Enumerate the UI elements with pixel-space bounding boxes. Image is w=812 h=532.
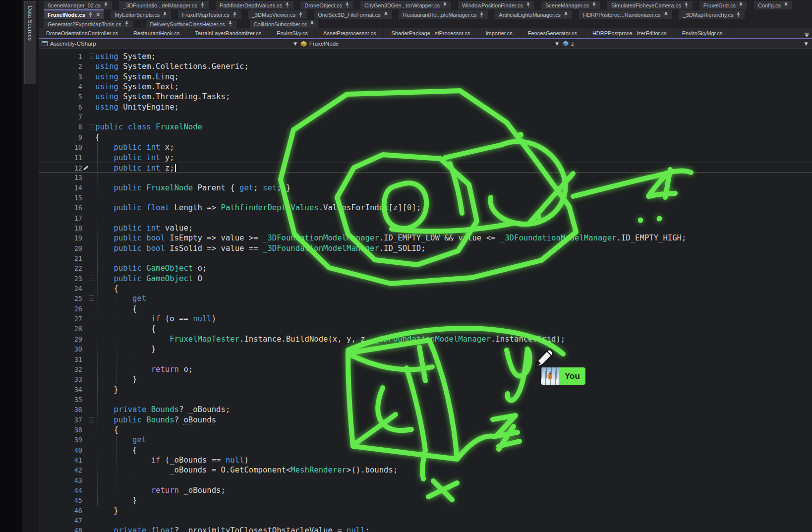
code-line[interactable]: 6using UnityEngine;: [39, 102, 812, 112]
pushpin-icon[interactable]: [104, 2, 108, 8]
code-line[interactable]: 5using System.Threading.Tasks;: [39, 92, 812, 102]
data-sources-tool-tab[interactable]: Data Sources: [24, 1, 36, 84]
editor-tab[interactable]: OneSec3D_FileFormat.cs: [314, 10, 392, 19]
editor-tab[interactable]: EnviroSkyMgr.cs: [675, 28, 731, 38]
code-line[interactable]: 21: [39, 253, 812, 263]
pushpin-icon[interactable]: [479, 12, 484, 17]
editor-tab[interactable]: _3DMapHierarchy.cs: [679, 10, 745, 19]
editor-tab[interactable]: RestaurantHo...pleManager.cs: [399, 10, 488, 19]
fold-collapse-icon[interactable]: -: [89, 54, 94, 59]
code-line[interactable]: 40 {: [39, 445, 812, 455]
fold-collapse-icon[interactable]: -: [89, 276, 94, 281]
code-line[interactable]: 24 {: [39, 284, 812, 294]
code-line[interactable]: 1-using System;: [39, 52, 812, 61]
code-editor[interactable]: 1-using System;2using System.Collections…: [39, 49, 812, 532]
code-line[interactable]: 32 return o;: [39, 364, 812, 374]
pushpin-icon[interactable]: [200, 2, 205, 8]
code-line[interactable]: 15: [39, 193, 812, 203]
code-line[interactable]: 46 }: [39, 506, 812, 516]
editor-tab[interactable]: AssetPreprocessor.cs: [316, 28, 384, 38]
pushpin-icon[interactable]: [736, 12, 741, 17]
code-line[interactable]: 42 _oBounds = O.GetComponent<MeshRendere…: [39, 465, 812, 475]
code-line[interactable]: 20 public bool IsSolid => value == _3DFo…: [39, 243, 812, 253]
editor-tab[interactable]: EnviroSky.cs: [269, 28, 316, 38]
editor-tab[interactable]: Config.cs: [754, 1, 792, 9]
editor-tab[interactable]: FruxelGrid.cs: [699, 1, 747, 9]
editor-tab[interactable]: DroneObject.cs: [300, 1, 353, 9]
editor-tab[interactable]: SceneManager.cs: [541, 1, 600, 9]
editor-tab[interactable]: _3DMapViewer.cs: [248, 10, 307, 19]
code-line[interactable]: 35: [39, 395, 812, 405]
editor-tab[interactable]: FruxelNode.cs×: [44, 9, 104, 19]
code-line[interactable]: 17: [39, 213, 812, 223]
code-line[interactable]: 48 private float? _proximityToClosestObs…: [39, 526, 812, 532]
pushpin-icon[interactable]: [592, 2, 596, 8]
editor-tab[interactable]: RestaurantHook.cs: [126, 28, 188, 38]
editor-tab[interactable]: _3DFoundatio...delManager.cs: [119, 1, 209, 9]
pushpin-icon[interactable]: [664, 12, 668, 17]
pushpin-icon[interactable]: [564, 12, 568, 17]
editor-tab[interactable]: SimulatedFisheyeCamera.cs: [607, 1, 693, 9]
code-line[interactable]: 8-public class FruxelNode: [39, 122, 812, 132]
editor-tab[interactable]: PathfinderDepthValues.cs: [216, 1, 293, 9]
editor-tab[interactable]: CollisionSubscriber.cs: [250, 20, 319, 28]
code-line[interactable]: 43: [39, 475, 812, 485]
code-line[interactable]: 11 public int y;: [39, 153, 812, 163]
editor-tab[interactable]: HDRPPostproce...izerEditor.cs: [585, 28, 675, 38]
code-line[interactable]: 26 {: [39, 304, 812, 314]
fold-collapse-icon[interactable]: -: [89, 437, 94, 442]
fold-collapse-icon[interactable]: -: [89, 296, 94, 301]
pushpin-icon[interactable]: [739, 2, 743, 8]
code-line[interactable]: 37- public Bounds? oBounds: [39, 415, 812, 425]
breadcrumb-class[interactable]: FruxelNode: [300, 39, 339, 48]
code-line[interactable]: 31: [39, 355, 812, 364]
pushpin-icon[interactable]: [384, 12, 388, 17]
code-line[interactable]: 3using System.Linq;: [39, 72, 812, 82]
editor-tab[interactable]: MyEditorScripts.cs: [111, 10, 171, 19]
code-line[interactable]: 14 public FruxelNode Parent { get; set; …: [39, 183, 812, 193]
code-line[interactable]: 38 {: [39, 425, 812, 435]
code-line[interactable]: 47: [39, 516, 812, 526]
code-line[interactable]: 18 public int value;: [39, 223, 812, 233]
editor-tab[interactable]: TerrainLayerRandomizer.cs: [187, 28, 269, 38]
code-line[interactable]: 27- if (o == null): [39, 314, 812, 324]
editor-tab[interactable]: Importer.cs: [478, 28, 520, 38]
pushpin-icon[interactable]: [526, 2, 530, 8]
code-line[interactable]: 41 if (_oBounds == null): [39, 455, 812, 465]
fold-collapse-icon[interactable]: -: [89, 316, 94, 321]
editor-tab[interactable]: DroneOrientationController.cs: [39, 28, 126, 38]
pushpin-icon[interactable]: [88, 12, 93, 17]
code-line[interactable]: 33 }: [39, 374, 812, 384]
code-line[interactable]: 34 }: [39, 385, 812, 395]
pushpin-icon[interactable]: [163, 12, 167, 17]
editor-tab[interactable]: FencesGenerator.cs: [521, 28, 585, 38]
breadcrumb-member[interactable]: z: [563, 39, 574, 48]
code-line[interactable]: 2using System.Collections.Generic;: [39, 61, 812, 71]
code-line[interactable]: 9{: [39, 132, 812, 142]
code-line[interactable]: 30 }: [39, 344, 812, 354]
editor-tab[interactable]: ArtificialLightsManager.cs: [495, 10, 572, 19]
editor-tab[interactable]: DeliverySurfaceClassHelper.cs: [146, 20, 236, 28]
breadcrumb-project-dropdown[interactable]: ▼: [292, 39, 298, 48]
code-line[interactable]: 4using System.Text;: [39, 82, 812, 92]
code-line[interactable]: 29 FruxelMapTester.Instance.BuildNode(x,…: [39, 334, 812, 344]
chevron-overflow-icon[interactable]: [804, 31, 810, 40]
code-line[interactable]: 10 public int x;: [39, 142, 812, 152]
breadcrumb-overflow-dropdown[interactable]: ▼: [804, 39, 809, 48]
code-line[interactable]: 13: [39, 173, 812, 182]
code-line[interactable]: 19 public bool IsEmpty => value >= _3DFo…: [39, 233, 812, 243]
close-icon[interactable]: ×: [97, 12, 100, 17]
code-line[interactable]: 25- get: [39, 294, 812, 303]
editor-tab[interactable]: HDRPPostproc...Randomizer.cs: [579, 10, 672, 19]
pushpin-icon[interactable]: [124, 21, 129, 27]
code-line[interactable]: 23- public GameObject O: [39, 274, 812, 284]
code-line[interactable]: 44 return _oBounds;: [39, 485, 812, 495]
fold-collapse-icon[interactable]: -: [89, 417, 94, 422]
pushpin-icon[interactable]: [310, 21, 314, 27]
editor-tab[interactable]: FruxelMapTester.cs: [178, 10, 240, 19]
code-line[interactable]: 28 {: [39, 324, 812, 334]
code-line[interactable]: 7: [39, 112, 812, 122]
code-line[interactable]: 12 public int z;: [39, 163, 812, 173]
pushpin-icon[interactable]: [228, 21, 232, 27]
pushpin-icon[interactable]: [232, 12, 237, 17]
